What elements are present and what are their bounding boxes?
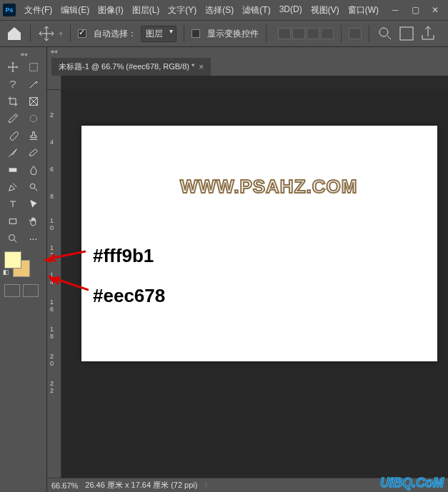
main-area: ◂◂ ··· ◧	[0, 47, 448, 492]
edit-toolbar[interactable]: ···	[24, 230, 44, 247]
separator	[266, 25, 267, 42]
canvas-viewport[interactable]	[61, 90, 448, 478]
foreground-color-swatch[interactable]	[4, 251, 21, 268]
color-swatches: ◧	[4, 251, 42, 281]
search-icon[interactable]	[377, 25, 394, 42]
svg-point-6	[30, 184, 35, 189]
ruler-corner	[47, 76, 61, 90]
align-icon[interactable]	[321, 28, 334, 39]
footer-watermark: UiBQ.CoM	[380, 476, 444, 491]
align-icons	[278, 28, 334, 39]
svg-rect-7	[9, 219, 16, 224]
svg-rect-2	[29, 64, 37, 71]
hand-tool[interactable]	[24, 213, 44, 230]
zoom-level[interactable]: 66.67%	[51, 481, 78, 490]
svg-point-4	[30, 115, 36, 121]
document-dimensions: 26.46 厘米 x 17.64 厘米 (72 ppi)	[85, 480, 197, 491]
show-transform-checkbox[interactable]	[191, 29, 200, 38]
svg-point-8	[9, 235, 15, 241]
separator	[30, 25, 31, 42]
patch-tool[interactable]	[24, 110, 44, 127]
separator	[341, 25, 342, 42]
eraser-tool[interactable]	[24, 144, 44, 161]
tab-close-icon[interactable]: ×	[199, 62, 204, 72]
more-icon[interactable]	[349, 28, 362, 39]
panel-collapse[interactable]: ◂◂	[47, 47, 448, 56]
menu-select[interactable]: 选择(S)	[201, 1, 238, 19]
workspace-icon[interactable]	[398, 25, 415, 42]
svg-rect-5	[9, 168, 17, 171]
path-select-tool[interactable]	[24, 196, 44, 213]
align-icon[interactable]	[278, 28, 291, 39]
chevron-down-icon[interactable]: ▾	[59, 30, 63, 37]
watermark-text: WWW.PSAHZ.COM	[180, 176, 357, 198]
menu-3d[interactable]: 3D(D)	[275, 1, 307, 19]
stamp-tool[interactable]	[24, 127, 44, 144]
move-tool[interactable]	[3, 59, 23, 76]
type-tool[interactable]	[3, 196, 23, 213]
tab-bar: 未标题-1 @ 66.7% (#eec678, RGB/8) * ×	[47, 56, 448, 76]
toolbar: ◂◂ ··· ◧	[0, 47, 47, 492]
close-button[interactable]: ✕	[425, 3, 445, 17]
pen-tool[interactable]	[3, 179, 23, 196]
lasso-tool[interactable]	[3, 76, 23, 93]
auto-select-label: 自动选择：	[94, 28, 136, 40]
arrow-annotation	[41, 248, 86, 263]
separator	[70, 25, 71, 42]
document-area: ◂◂ 未标题-1 @ 66.7% (#eec678, RGB/8) * × 0 …	[47, 47, 448, 492]
eyedropper-tool[interactable]	[3, 110, 23, 127]
menu-view[interactable]: 视图(V)	[307, 1, 344, 19]
align-icon[interactable]	[292, 28, 305, 39]
window-controls: ─ ▢ ✕	[385, 3, 445, 17]
default-colors-icon[interactable]: ◧	[3, 268, 9, 276]
rectangle-tool[interactable]	[3, 213, 23, 230]
history-brush-tool[interactable]	[3, 144, 23, 161]
titlebar: Ps 文件(F) 编辑(E) 图像(I) 图层(L) 文字(Y) 选择(S) 滤…	[0, 0, 448, 20]
menu-layer[interactable]: 图层(L)	[128, 1, 164, 19]
marquee-tool[interactable]	[24, 59, 44, 76]
share-icon[interactable]	[419, 25, 437, 42]
document-tab[interactable]: 未标题-1 @ 66.7% (#eec678, RGB/8) * ×	[51, 58, 211, 76]
frame-tool[interactable]	[24, 93, 44, 110]
options-bar: ▾ 自动选择： 图层 显示变换控件	[0, 20, 448, 47]
minimize-button[interactable]: ─	[385, 3, 405, 17]
arrow-annotation	[46, 274, 89, 293]
status-expand-icon[interactable]: 〉	[204, 481, 211, 491]
layer-dropdown[interactable]: 图层	[141, 26, 176, 42]
gradient-tool[interactable]	[3, 161, 23, 179]
svg-rect-1	[400, 27, 413, 40]
app-logo: Ps	[3, 4, 16, 16]
move-tool-icon[interactable]	[38, 25, 55, 42]
canvas[interactable]	[81, 126, 437, 361]
menu-bar: 文件(F) 编辑(E) 图像(I) 图层(L) 文字(Y) 选择(S) 滤镜(T…	[20, 1, 383, 19]
menu-filter[interactable]: 滤镜(T)	[238, 1, 274, 19]
svg-point-0	[379, 28, 388, 36]
zoom-tool[interactable]	[3, 230, 23, 247]
show-transform-label: 显示变换控件	[207, 28, 259, 40]
brush-tool[interactable]	[3, 127, 23, 144]
menu-window[interactable]: 窗口(W)	[344, 1, 383, 19]
separator	[184, 25, 184, 42]
tab-title: 未标题-1 @ 66.7% (#eec678, RGB/8) *	[59, 61, 194, 72]
blur-tool[interactable]	[24, 161, 44, 179]
dodge-tool[interactable]	[24, 179, 44, 196]
separator	[369, 25, 369, 42]
align-icon[interactable]	[307, 28, 319, 39]
quickmask-icon[interactable]	[4, 284, 20, 297]
menu-image[interactable]: 图像(I)	[94, 1, 127, 19]
menu-edit[interactable]: 编辑(E)	[56, 1, 94, 19]
screenmode-icon[interactable]	[23, 284, 39, 297]
hex-label-1: #fff9b1	[93, 245, 154, 267]
menu-type[interactable]: 文字(Y)	[164, 1, 201, 19]
crop-tool[interactable]	[3, 93, 23, 110]
wand-tool[interactable]	[24, 76, 44, 93]
hex-label-2: #eec678	[93, 285, 165, 307]
auto-select-checkbox[interactable]	[78, 29, 86, 38]
maximize-button[interactable]: ▢	[405, 3, 425, 17]
menu-file[interactable]: 文件(F)	[20, 1, 56, 19]
home-icon[interactable]	[6, 25, 23, 42]
toolbar-collapse[interactable]: ◂◂	[0, 50, 46, 59]
